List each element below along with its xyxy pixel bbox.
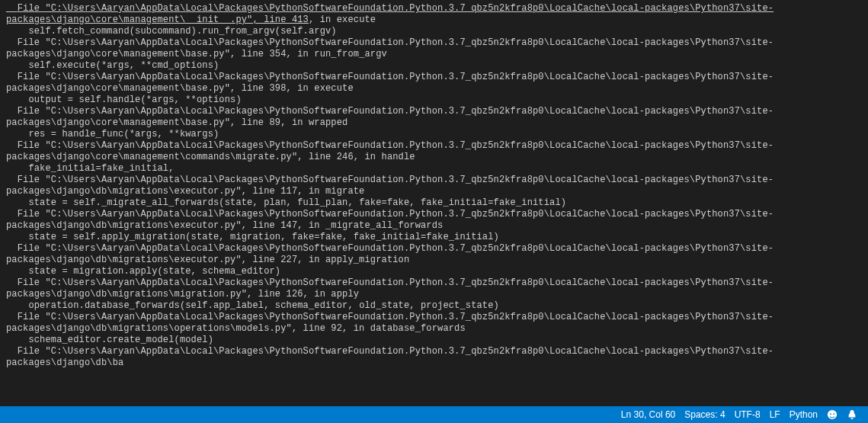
traceback-code-line: state = self._migrate_all_forwards(state… bbox=[6, 197, 862, 209]
traceback-line: File "C:\Users\Aaryan\AppData\Local\Pack… bbox=[6, 277, 862, 300]
traceback-code-line: self.execute(*args, **cmd_options) bbox=[6, 60, 862, 72]
notifications-icon[interactable] bbox=[842, 406, 862, 423]
traceback-code-line: state = migration.apply(state, schema_ed… bbox=[6, 266, 862, 277]
traceback-code-line: output = self.handle(*args, **options) bbox=[6, 95, 862, 106]
encoding-setting[interactable]: UTF-8 bbox=[730, 406, 765, 423]
feedback-icon[interactable] bbox=[822, 406, 842, 423]
traceback-line: File "C:\Users\Aaryan\AppData\Local\Pack… bbox=[6, 209, 862, 232]
indentation-setting[interactable]: Spaces: 4 bbox=[680, 406, 729, 423]
traceback-line: File "C:\Users\Aaryan\AppData\Local\Pack… bbox=[6, 312, 862, 335]
traceback-line: File "C:\Users\Aaryan\AppData\Local\Pack… bbox=[6, 346, 862, 369]
eol-setting[interactable]: LF bbox=[765, 406, 785, 423]
traceback-line: File "C:\Users\Aaryan\AppData\Local\Pack… bbox=[6, 3, 862, 26]
traceback-line: File "C:\Users\Aaryan\AppData\Local\Pack… bbox=[6, 37, 862, 60]
traceback-code-line: self.fetch_command(subcommand).run_from_… bbox=[6, 26, 862, 37]
status-left-spacer bbox=[6, 406, 15, 423]
traceback-line: File "C:\Users\Aaryan\AppData\Local\Pack… bbox=[6, 243, 862, 266]
traceback-line: File "C:\Users\Aaryan\AppData\Local\Pack… bbox=[6, 72, 862, 95]
traceback-code-line: operation.database_forwards(self.app_lab… bbox=[6, 300, 862, 312]
traceback-code-line: res = handle_func(*args, **kwargs) bbox=[6, 129, 862, 140]
traceback-line: File "C:\Users\Aaryan\AppData\Local\Pack… bbox=[6, 106, 862, 129]
traceback-line: File "C:\Users\Aaryan\AppData\Local\Pack… bbox=[6, 140, 862, 163]
traceback-code-line: state = self.apply_migration(state, migr… bbox=[6, 232, 862, 243]
traceback-code-line: schema_editor.create_model(model) bbox=[6, 335, 862, 346]
traceback-line: File "C:\Users\Aaryan\AppData\Local\Pack… bbox=[6, 175, 862, 197]
traceback-code-line: fake_initial=fake_initial, bbox=[6, 163, 862, 175]
terminal-output[interactable]: File "C:\Users\Aaryan\AppData\Local\Pack… bbox=[0, 0, 868, 406]
cursor-position[interactable]: Ln 30, Col 60 bbox=[617, 406, 680, 423]
language-mode[interactable]: Python bbox=[785, 406, 822, 423]
status-bar: Ln 30, Col 60 Spaces: 4 UTF-8 LF Python bbox=[0, 406, 868, 423]
